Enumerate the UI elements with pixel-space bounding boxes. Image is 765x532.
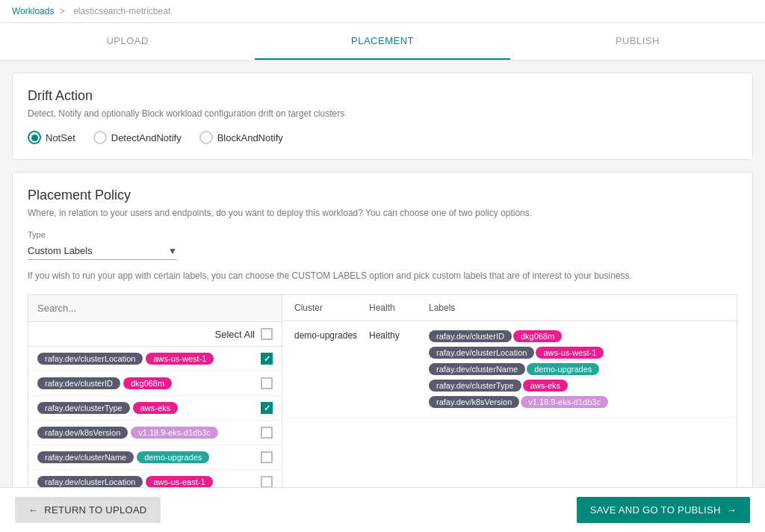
list-item: rafay.dev/clusterLocation aws-us-west-1: [28, 347, 282, 371]
chevron-down-icon: ▼: [168, 246, 177, 256]
label-checkbox[interactable]: [261, 402, 273, 414]
tag-key: rafay.dev/k8sVersion: [37, 427, 128, 439]
drift-radio-group: NotSet DetectAndNotify BlockAndNotify: [28, 131, 737, 144]
tag-val: aws-us-west-1: [536, 347, 604, 359]
label-checkbox[interactable]: [261, 476, 273, 488]
tabs: UPLOAD PLACEMENT PUBLISH: [0, 23, 765, 61]
tag-val: aws-us-east-1: [146, 476, 212, 488]
radio-notset-label: NotSet: [46, 132, 75, 143]
tab-placement[interactable]: PLACEMENT: [255, 23, 510, 60]
select-all-row: Select All: [28, 322, 282, 347]
radio-block-circle: [199, 131, 213, 144]
label-checkbox[interactable]: [261, 451, 273, 463]
type-value: Custom Labels: [28, 245, 93, 256]
tag-key: rafay.dev/clusterType: [37, 402, 130, 414]
tag-key: rafay.dev/clusterName: [37, 451, 134, 463]
col-header-labels: Labels: [429, 303, 725, 313]
tag-val: demo-upgrades: [527, 363, 599, 375]
placement-desc: Where, in relation to your users and end…: [28, 208, 737, 218]
radio-block-label: BlockAndNotify: [217, 132, 283, 143]
label-pair: rafay.dev/k8sVersion v1.18.9-eks-d1db3c: [429, 396, 608, 408]
tag-key: rafay.dev/clusterName: [429, 363, 525, 375]
label-pair: rafay.dev/clusterLocation aws-us-west-1: [429, 347, 604, 359]
tag-key: rafay.dev/k8sVersion: [429, 396, 519, 408]
table-row: demo-upgrades Healthy rafay.dev/clusterI…: [282, 321, 737, 418]
breadcrumb-parent[interactable]: Workloads: [12, 6, 54, 16]
search-input[interactable]: [28, 295, 282, 322]
arrow-right-icon: →: [727, 504, 737, 516]
radio-detect-circle: [93, 131, 107, 144]
tag-val: aws-eks: [133, 402, 178, 414]
label-checkbox[interactable]: [261, 427, 273, 439]
drift-action-card: Drift Action Detect, Notify and optional…: [12, 72, 753, 160]
table-header: Cluster Health Labels: [282, 295, 737, 321]
radio-notset[interactable]: NotSet: [28, 131, 75, 144]
cluster-table: Cluster Health Labels demo-upgrades Heal…: [282, 294, 737, 520]
list-item: rafay.dev/clusterType aws-eks: [28, 396, 282, 421]
radio-notset-circle: [28, 131, 41, 144]
tag-val: aws-eks: [523, 380, 568, 392]
breadcrumb-current: elasticsearch-metricbeat: [73, 6, 170, 16]
tag-key: rafay.dev/clusterType: [429, 380, 521, 392]
radio-detect-label: DetectAndNotify: [111, 132, 182, 143]
placement-title: Placement Policy: [28, 188, 737, 203]
label-selector: Select All rafay.dev/clusterLocation aws…: [28, 294, 737, 520]
label-pair: rafay.dev/clusterID dkg068m: [429, 330, 562, 342]
label-pair: rafay.dev/clusterType aws-eks: [429, 380, 568, 392]
return-label: RETURN TO UPLOAD: [44, 504, 146, 516]
tag-key: rafay.dev/clusterLocation: [429, 347, 534, 359]
label-pair: rafay.dev/clusterName demo-upgrades: [429, 363, 599, 375]
drift-action-title: Drift Action: [28, 88, 737, 104]
tag-val: v1.18.9-eks-d1db3c: [521, 396, 608, 408]
tab-publish[interactable]: PUBLISH: [510, 23, 765, 60]
tag-val: demo-upgrades: [137, 451, 209, 463]
breadcrumb: Workloads > elasticsearch-metricbeat: [0, 0, 765, 23]
select-all-label: Select All: [215, 329, 255, 340]
label-checkbox[interactable]: [261, 353, 273, 365]
return-to-upload-button[interactable]: ← RETURN TO UPLOAD: [15, 497, 161, 523]
health-status: Healthy: [369, 330, 429, 341]
radio-detect[interactable]: DetectAndNotify: [93, 131, 182, 144]
publish-label: SAVE AND GO TO PUBLISH: [590, 504, 721, 516]
drift-action-subtitle: Detect, Notify and optionally Block work…: [28, 108, 737, 119]
col-header-cluster: Cluster: [294, 303, 369, 313]
list-item: rafay.dev/k8sVersion v1.18.9-eks-d1db3c: [28, 421, 282, 445]
save-and-publish-button[interactable]: SAVE AND GO TO PUBLISH →: [577, 497, 750, 523]
type-label: Type: [28, 230, 737, 239]
tag-val: v1.18.9-eks-d1db3c: [131, 427, 218, 439]
label-checkbox[interactable]: [261, 377, 273, 389]
main-content: Drift Action Detect, Notify and optional…: [0, 61, 765, 532]
tag-key: rafay.dev/clusterLocation: [37, 353, 143, 365]
breadcrumb-separator: >: [60, 6, 65, 16]
footer-bar: ← RETURN TO UPLOAD SAVE AND GO TO PUBLIS…: [0, 487, 765, 532]
hint-text: If you wish to run your app with certain…: [28, 269, 737, 282]
arrow-left-icon: ←: [28, 504, 38, 516]
type-dropdown[interactable]: Custom Labels ▼: [28, 242, 177, 260]
row-labels: rafay.dev/clusterID dkg068m rafay.dev/cl…: [429, 330, 725, 408]
tag-key: rafay.dev/clusterLocation: [37, 476, 143, 488]
col-header-health: Health: [369, 303, 429, 313]
tab-upload[interactable]: UPLOAD: [0, 23, 255, 60]
cluster-name: demo-upgrades: [294, 330, 369, 341]
placement-policy-card: Placement Policy Where, in relation to y…: [12, 172, 753, 532]
labels-left-panel: Select All rafay.dev/clusterLocation aws…: [28, 294, 282, 520]
tag-val: dkg068m: [513, 330, 562, 342]
tag-val: dkg068m: [123, 377, 172, 389]
radio-block[interactable]: BlockAndNotify: [199, 131, 283, 144]
list-item: rafay.dev/clusterID dkg068m: [28, 371, 282, 396]
tag-val: aws-us-west-1: [146, 353, 214, 365]
select-all-checkbox[interactable]: [261, 328, 273, 340]
list-item: rafay.dev/clusterName demo-upgrades: [28, 445, 282, 470]
tag-key: rafay.dev/clusterID: [429, 330, 512, 342]
tag-key: rafay.dev/clusterID: [37, 377, 120, 389]
